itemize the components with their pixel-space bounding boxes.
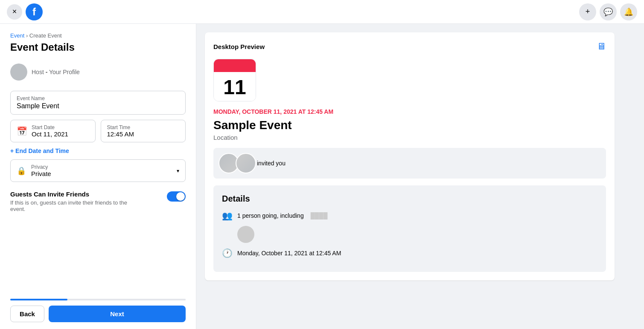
date-time-row: 📅 Start Date Oct 11, 2021 Start Time 12:… [10,120,186,142]
preview-card: Desktop Preview 🖥 11 MONDAY, OCTOBER 11,… [205,32,615,280]
privacy-label: Privacy [31,164,172,170]
chevron-down-icon: ▾ [177,168,179,174]
progress-bar-area [0,294,196,300]
event-name-preview: Sample Event [213,118,606,132]
breadcrumb: Event › Create Event [10,32,186,39]
event-name-label: Event Name [17,95,179,101]
event-name-input[interactable] [17,102,179,110]
guests-invite-toggle-row: Guests Can Invite Friends If this is on,… [10,190,186,212]
preview-title: Desktop Preview [213,43,265,50]
invited-text: invited you [257,160,286,167]
facebook-logo: f [26,3,43,20]
bottom-buttons: Back Next [0,300,196,329]
details-card: Details 👥 1 person going, including ████… [213,185,606,272]
top-nav: × f + 💬 🔔 [0,0,644,24]
back-button[interactable]: Back [10,306,44,322]
right-panel: Desktop Preview 🖥 11 MONDAY, OCTOBER 11,… [196,24,644,329]
close-icon: × [12,7,17,16]
breadcrumb-current: Create Event [29,32,62,39]
start-date-content: Start Date Oct 11, 2021 [32,124,68,138]
invited-avatars [219,153,253,173]
details-title: Details [222,194,597,204]
start-date-field[interactable]: 📅 Start Date Oct 11, 2021 [10,120,96,142]
breadcrumb-separator: › [26,32,28,39]
messenger-icon: 💬 [603,7,613,17]
going-row: 👥 1 person going, including ████ [222,211,597,221]
main-layout: Event › Create Event Event Details Host … [0,24,644,329]
left-content: Event › Create Event Event Details Host … [0,24,196,294]
close-button[interactable]: × [7,4,22,20]
date-detail-row: 🕐 Monday, October 11, 2021 at 12:45 AM [222,248,597,258]
event-location-preview: Location [213,134,606,141]
event-name-field[interactable]: Event Name [10,91,186,115]
invited-row: invited you [213,148,606,179]
nav-left: × f [7,3,43,20]
event-date-label: MONDAY, OCTOBER 11, 2021 AT 12:45 AM [213,108,606,115]
host-row: Host - Your Profile [10,62,186,82]
host-label: Host - Your Profile [32,69,80,75]
calendar-icon: 📅 [17,126,27,136]
lock-icon: 🔒 [17,166,26,176]
going-text: 1 person going, including [237,212,304,219]
desktop-icon: 🖥 [597,41,606,52]
bell-icon: 🔔 [624,7,633,17]
avatar-image [10,63,27,81]
calendar-day: 11 [223,75,246,99]
going-avatar [237,226,254,243]
date-detail-text: Monday, October 11, 2021 at 12:45 AM [237,250,341,257]
toggle-text: Guests Can Invite Friends If this is on,… [10,190,130,212]
nav-right: + 💬 🔔 [579,3,637,20]
invited-avatar-2 [236,153,256,173]
create-button[interactable]: + [579,3,596,20]
toggle-description: If this is on, guests can invite their f… [10,199,130,212]
calendar-body: 11 [214,72,256,101]
notifications-button[interactable]: 🔔 [620,3,637,20]
start-time-value: 12:45 AM [107,130,134,138]
calendar-header-bar [214,59,256,72]
host-prefix: Host [32,69,44,75]
privacy-content: Privacy Private [31,164,172,177]
privacy-field[interactable]: 🔒 Privacy Private ▾ [10,159,186,182]
start-date-value: Oct 11, 2021 [32,130,68,138]
svg-text:f: f [32,6,36,17]
calendar-visual: 11 [213,59,256,101]
host-avatar [10,63,27,81]
messenger-button[interactable]: 💬 [600,3,617,20]
start-time-content: Start Time 12:45 AM [107,124,134,138]
privacy-value: Private [31,170,172,177]
host-value: Your Profile [49,69,80,75]
people-icon: 👥 [222,211,232,221]
end-date-button[interactable]: + End Date and Time [10,147,69,154]
toggle-knob [176,192,185,201]
guests-invite-toggle[interactable] [167,191,186,202]
page-title: Event Details [10,41,186,53]
going-blurred: ████ [311,212,328,219]
left-panel: Event › Create Event Event Details Host … [0,24,196,329]
plus-icon: + [586,7,590,16]
toggle-title: Guests Can Invite Friends [10,190,130,198]
start-date-label: Start Date [32,124,68,130]
clock-icon: 🕐 [222,248,232,258]
preview-header: Desktop Preview 🖥 [213,41,606,52]
next-button[interactable]: Next [49,306,186,322]
breadcrumb-parent[interactable]: Event [10,32,24,39]
start-time-label: Start Time [107,124,134,130]
start-time-field[interactable]: Start Time 12:45 AM [101,120,186,142]
